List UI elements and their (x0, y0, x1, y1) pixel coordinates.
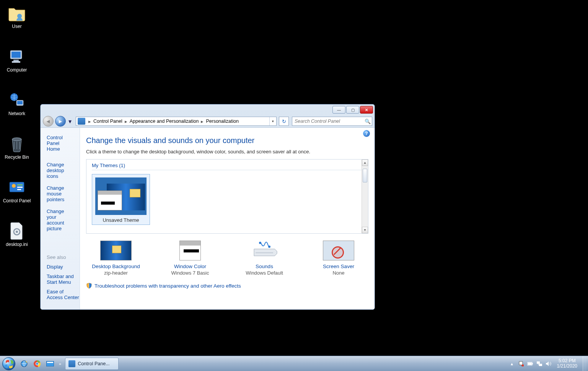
system-tray: ▴ 5:02 PM 1/21/2020 (507, 356, 588, 371)
breadcrumb-item[interactable]: Appearance and Personalization (129, 119, 200, 124)
svg-rect-7 (17, 101, 23, 104)
taskbar-overflow[interactable]: » (59, 361, 61, 366)
svg-rect-4 (12, 61, 20, 63)
breadcrumb-item[interactable]: Personalization (205, 119, 239, 124)
personalization-options: Desktop Background zip-header Window Col… (86, 241, 368, 276)
start-button[interactable] (0, 356, 18, 371)
sidebar-link-desktop-icons[interactable]: Change desktop icons (47, 162, 73, 179)
minimize-button[interactable]: — (332, 106, 345, 114)
svg-rect-12 (17, 187, 23, 188)
search-input[interactable] (292, 119, 363, 124)
chevron-icon[interactable]: ▸ (123, 119, 129, 124)
see-also-ease-of-access[interactable]: Ease of Access Center (47, 289, 80, 300)
desktop-icon-recyclebin[interactable]: Recycle Bin (2, 135, 32, 160)
sidebar-link-account-picture[interactable]: Change your account picture (47, 208, 73, 231)
see-also-display[interactable]: Display (47, 264, 80, 270)
option-sounds[interactable]: Sounds Windows Default (238, 241, 291, 276)
shield-icon (86, 283, 92, 289)
theme-tile-unsaved[interactable]: Unsaved Theme (92, 174, 150, 225)
control-panel-window: — ▢ ✕ ◄ ► ▾ ▸ Control Panel ▸ Appearance… (40, 104, 375, 310)
see-also-header: See also (47, 254, 80, 260)
breadcrumb-item[interactable]: Control Panel (93, 119, 123, 124)
desktop-icon-computer[interactable]: Computer (2, 47, 32, 73)
page-title: Change the visuals and sounds on your co… (86, 136, 368, 145)
svg-rect-26 (532, 363, 533, 364)
troubleshoot-link[interactable]: Troubleshoot problems with transparency … (94, 283, 241, 289)
tray-action-center-icon[interactable] (518, 361, 524, 367)
sidebar-link-mouse-pointers[interactable]: Change mouse pointers (47, 185, 73, 202)
svg-rect-28 (537, 361, 540, 364)
sidebar-home-link[interactable]: Control Panel Home (47, 135, 73, 152)
maximize-button[interactable]: ▢ (346, 106, 359, 114)
desktop-icon-label: Computer (2, 67, 32, 73)
pinned-ie[interactable] (19, 358, 29, 369)
titlebar[interactable]: — ▢ ✕ (41, 104, 375, 115)
help-icon[interactable]: ? (363, 130, 370, 137)
svg-rect-24 (522, 364, 524, 366)
search-icon[interactable]: 🔍 (363, 119, 372, 124)
desktop-icon-label: User (2, 24, 32, 29)
theme-preview (95, 177, 147, 215)
back-button[interactable]: ◄ (43, 116, 54, 127)
screen-saver-icon (323, 241, 354, 260)
taskbar: » Control Pane... ▴ 5:02 PM 1/21/2020 (0, 356, 588, 371)
taskbar-clock[interactable]: 5:02 PM 1/21/2020 (555, 358, 580, 369)
svg-point-10 (12, 184, 16, 188)
option-desktop-background[interactable]: Desktop Background zip-header (89, 241, 143, 276)
pinned-app[interactable] (45, 358, 55, 369)
option-value: zip-header (89, 270, 143, 276)
ini-file-icon (8, 222, 26, 240)
option-link: Window Color (163, 264, 217, 269)
scrollbar[interactable]: ▲ ▼ (362, 159, 368, 233)
option-link: Screen Saver (312, 264, 365, 269)
scroll-thumb[interactable] (363, 169, 367, 182)
recycle-bin-icon (8, 135, 26, 153)
navigation-bar: ◄ ► ▾ ▸ Control Panel ▸ Appearance and P… (41, 115, 375, 127)
svg-point-16 (259, 242, 261, 244)
close-button[interactable]: ✕ (360, 106, 373, 114)
refresh-button[interactable]: ↻ (279, 117, 289, 126)
taskbar-item-label: Control Pane... (78, 361, 109, 366)
desktop-icon-network[interactable]: Network (2, 91, 32, 116)
chevron-icon[interactable]: ▸ (87, 119, 93, 124)
tray-network-icon[interactable] (536, 361, 542, 367)
scroll-down-button[interactable]: ▼ (362, 227, 368, 233)
forward-button[interactable]: ► (55, 116, 66, 127)
tray-battery-icon[interactable] (527, 361, 533, 367)
svg-rect-23 (47, 362, 53, 363)
taskbar-item-icon (68, 360, 75, 367)
show-desktop-button[interactable] (583, 356, 586, 371)
svg-rect-2 (11, 52, 21, 58)
desktop-icon-user[interactable]: User (2, 4, 32, 29)
pinned-chrome[interactable] (32, 358, 42, 369)
window-color-icon (179, 241, 201, 260)
option-window-color[interactable]: Window Color Windows 7 Basic (163, 241, 217, 276)
svg-rect-11 (17, 184, 23, 186)
tray-show-hidden[interactable]: ▴ (509, 361, 515, 367)
svg-rect-27 (528, 363, 532, 365)
svg-point-21 (36, 363, 38, 365)
address-dropdown[interactable]: ▾ (269, 117, 276, 125)
tray-volume-icon[interactable] (546, 361, 552, 367)
desktop-icon-desktopini[interactable]: desktop.ini (2, 222, 32, 247)
address-bar[interactable]: ▸ Control Panel ▸ Appearance and Persona… (76, 117, 277, 126)
network-icon (8, 91, 26, 109)
folder-user-icon (8, 4, 26, 22)
scroll-up-button[interactable]: ▲ (362, 159, 368, 166)
see-also-taskbar[interactable]: Taskbar and Start Menu (47, 273, 80, 285)
chevron-icon[interactable]: ▸ (199, 119, 205, 124)
troubleshoot-row: Troubleshoot problems with transparency … (86, 283, 368, 289)
history-dropdown[interactable]: ▾ (67, 116, 73, 127)
address-icon (78, 118, 85, 125)
svg-rect-3 (13, 60, 19, 61)
theme-tile-label: Unsaved Theme (95, 217, 147, 223)
desktop-icon-controlpanel[interactable]: Control Panel (2, 178, 32, 203)
page-subtitle: Click a theme to change the desktop back… (86, 149, 368, 155)
option-link: Sounds (238, 264, 291, 269)
desktop-icon-label: desktop.ini (2, 242, 32, 247)
svg-point-17 (268, 246, 270, 248)
option-screen-saver[interactable]: Screen Saver None (312, 241, 365, 276)
taskbar-item-controlpanel[interactable]: Control Pane... (65, 358, 119, 370)
sounds-icon (249, 241, 280, 260)
desktop-icon-label: Control Panel (2, 198, 32, 203)
